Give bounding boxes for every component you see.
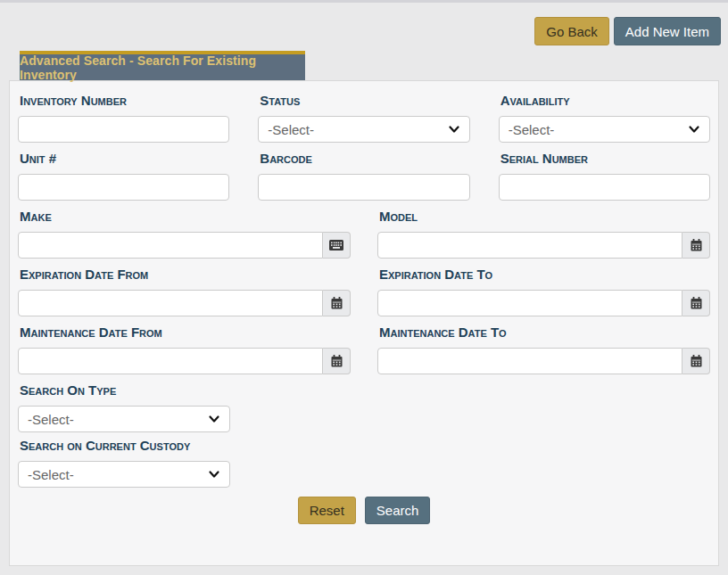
calendar-icon[interactable] bbox=[682, 232, 710, 259]
search-on-current-custody-field-group: Search on Current Custody -Select- bbox=[18, 439, 710, 488]
search-on-current-custody-select[interactable]: -Select- bbox=[18, 461, 230, 488]
expiration-date-to-input[interactable] bbox=[377, 290, 682, 316]
make-label: Make bbox=[20, 209, 351, 224]
expiration-date-from-input[interactable] bbox=[18, 290, 323, 316]
availability-select-value: -Select- bbox=[509, 122, 555, 137]
model-input[interactable] bbox=[377, 232, 682, 259]
unit-field-group: Unit # bbox=[18, 149, 229, 201]
availability-select[interactable]: -Select- bbox=[499, 116, 710, 143]
chevron-down-icon bbox=[688, 123, 700, 136]
inventory-number-field-group: Inventory Number bbox=[18, 91, 229, 143]
chevron-down-icon bbox=[448, 123, 460, 136]
search-on-type-select-value: -Select- bbox=[28, 412, 74, 427]
expiration-date-from-field-group: Expiration Date From bbox=[18, 265, 351, 316]
go-back-button[interactable]: Go Back bbox=[534, 17, 609, 45]
tab-title: Advanced Search - Search For Existing In… bbox=[20, 53, 305, 82]
form-row-1: Inventory Number Status -Select- Availab… bbox=[18, 91, 710, 149]
expiration-date-from-label: Expiration Date From bbox=[20, 267, 351, 282]
serial-number-input[interactable] bbox=[499, 174, 710, 201]
barcode-field-group: Barcode bbox=[258, 149, 469, 201]
availability-label: Availability bbox=[500, 94, 710, 108]
maintenance-date-to-field-group: Maintenance Date To bbox=[377, 323, 710, 374]
status-field-group: Status -Select- bbox=[258, 91, 469, 143]
maintenance-date-to-label: Maintenance Date To bbox=[379, 325, 710, 340]
page-top-divider bbox=[0, 0, 728, 3]
form-row-3: Make Model bbox=[18, 207, 710, 265]
calendar-icon[interactable] bbox=[323, 290, 351, 316]
model-label: Model bbox=[379, 209, 710, 224]
search-on-current-custody-label: Search on Current Custody bbox=[20, 439, 710, 453]
status-select-value: -Select- bbox=[268, 122, 314, 137]
unit-label: Unit # bbox=[20, 152, 229, 166]
barcode-label: Barcode bbox=[260, 152, 469, 166]
form-row-7: Search on Current Custody -Select- bbox=[18, 439, 710, 488]
add-new-item-button[interactable]: Add New Item bbox=[614, 17, 721, 45]
make-field-group: Make bbox=[18, 207, 351, 259]
serial-number-field-group: Serial Number bbox=[499, 149, 710, 201]
status-select[interactable]: -Select- bbox=[258, 116, 469, 143]
form-row-4: Expiration Date From Expir bbox=[18, 265, 710, 323]
calendar-icon[interactable] bbox=[682, 348, 710, 374]
barcode-input[interactable] bbox=[258, 174, 469, 201]
inventory-number-input[interactable] bbox=[18, 116, 229, 143]
expiration-date-to-field-group: Expiration Date To bbox=[377, 265, 710, 316]
maintenance-date-to-input[interactable] bbox=[377, 348, 682, 374]
keyboard-icon[interactable] bbox=[323, 232, 351, 259]
model-field-group: Model bbox=[377, 207, 710, 259]
form-row-5: Maintenance Date From Main bbox=[18, 323, 710, 381]
search-on-current-custody-select-value: -Select- bbox=[28, 467, 74, 482]
tab-advanced-search[interactable]: Advanced Search - Search For Existing In… bbox=[20, 51, 305, 80]
calendar-icon[interactable] bbox=[682, 290, 710, 316]
maintenance-date-from-field-group: Maintenance Date From bbox=[18, 323, 351, 374]
maintenance-date-from-input[interactable] bbox=[18, 348, 323, 374]
status-label: Status bbox=[260, 94, 469, 108]
calendar-icon[interactable] bbox=[323, 348, 351, 374]
unit-input[interactable] bbox=[18, 174, 229, 201]
make-input[interactable] bbox=[18, 232, 323, 259]
search-button[interactable]: Search bbox=[365, 497, 431, 524]
expiration-date-to-label: Expiration Date To bbox=[379, 267, 710, 282]
header-actions: Go Back Add New Item bbox=[534, 17, 721, 45]
maintenance-date-from-label: Maintenance Date From bbox=[20, 325, 351, 340]
search-on-type-label: Search On Type bbox=[20, 383, 710, 398]
chevron-down-icon bbox=[208, 468, 220, 481]
advanced-search-panel: Inventory Number Status -Select- Availab… bbox=[9, 80, 719, 566]
form-row-2: Unit # Barcode Serial Number bbox=[18, 149, 710, 207]
chevron-down-icon bbox=[208, 413, 220, 425]
inventory-number-label: Inventory Number bbox=[20, 94, 229, 108]
search-on-type-select[interactable]: -Select- bbox=[18, 406, 230, 432]
form-row-6: Search On Type -Select- bbox=[18, 383, 710, 432]
reset-button[interactable]: Reset bbox=[298, 497, 356, 524]
serial-number-label: Serial Number bbox=[500, 152, 710, 166]
search-on-type-field-group: Search On Type -Select- bbox=[18, 383, 710, 432]
form-actions: Reset Search bbox=[18, 497, 710, 524]
availability-field-group: Availability -Select- bbox=[499, 91, 710, 143]
